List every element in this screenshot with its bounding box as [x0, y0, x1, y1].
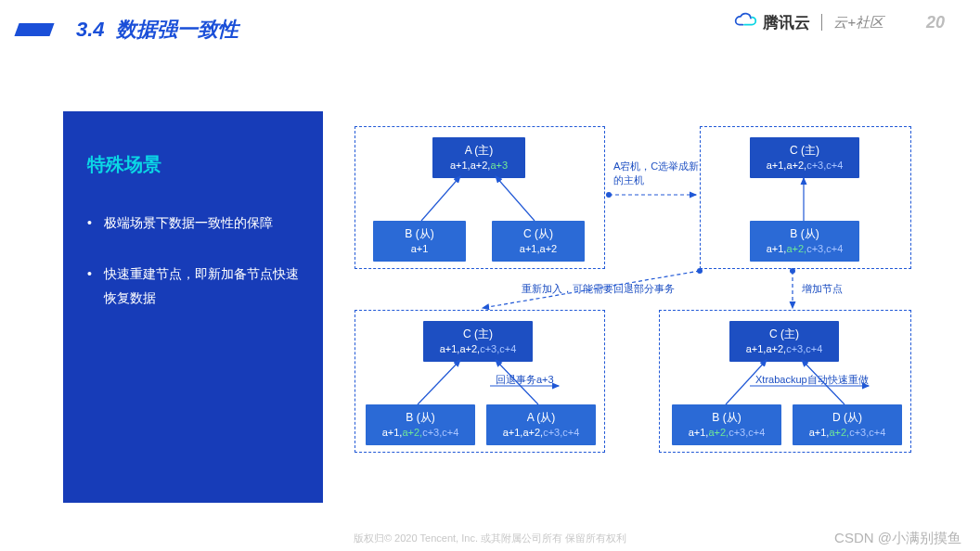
node-a-master: A (主) a+1,a+2,a+3: [432, 137, 525, 178]
annotation-rejoin: 重新加入，可能需要回退部分事务: [522, 282, 675, 296]
node-title: A (从): [490, 410, 592, 426]
content: 特殊场景 极端场景下数据一致性的保障 快速重建节点，即新加备节点快速恢复数据 A…: [63, 111, 947, 503]
node-b-slave: B (从) a+1: [373, 221, 466, 262]
node-data: a+1,a+2,c+3,c+4: [733, 342, 835, 356]
node-data: a+1,a+2,a+3: [436, 159, 522, 173]
node-c-master: C (主) a+1,a+2,c+3,c+4: [750, 137, 859, 178]
node-title: A (主): [436, 143, 522, 159]
node-a-slave-3: A (从) a+1,a+2,c+3,c+4: [486, 404, 596, 445]
node-data: a+1,a+2,c+3,c+4: [676, 426, 778, 440]
footer: 版权归© 2020 Tencent, Inc. 或其附属公司所有 保留所有权利: [0, 532, 980, 545]
section-title: 3.4 数据强一致性: [76, 16, 239, 44]
watermark: CSDN @小满别摸鱼: [834, 530, 961, 547]
annotation-addnode: 增加节点: [802, 282, 843, 296]
node-data: a+1,a+2,c+3,c+4: [796, 426, 898, 440]
panel-title: 特殊场景: [87, 152, 299, 177]
node-data: a+1,a+2,c+3,c+4: [369, 426, 471, 440]
node-data: a+1,a+2,c+3,c+4: [490, 426, 592, 440]
annotation-failover: A宕机，C选举成新的主机: [613, 160, 702, 187]
node-data: a+1,a+2,c+3,c+4: [754, 159, 856, 173]
node-d-slave-4: D (从) a+1,a+2,c+3,c+4: [793, 404, 902, 445]
node-title: B (从): [377, 226, 462, 242]
node-data: a+1,a+2,c+3,c+4: [754, 242, 856, 256]
panel-list: 极端场景下数据一致性的保障 快速重建节点，即新加备节点快速恢复数据: [87, 211, 299, 311]
node-title: D (从): [796, 410, 898, 426]
brand: 腾讯云 云+社区: [731, 11, 883, 33]
page-number: 20: [926, 13, 945, 32]
panel-item: 极端场景下数据一致性的保障: [87, 211, 299, 236]
node-title: B (从): [369, 410, 471, 426]
node-c-master-3: C (主) a+1,a+2,c+3,c+4: [423, 321, 533, 362]
node-b-slave-2: B (从) a+1,a+2,c+3,c+4: [750, 221, 859, 262]
node-title: C (从): [496, 226, 581, 242]
diagram: A (主) a+1,a+2,a+3 B (从) a+1 C (从) a+1,a+…: [340, 111, 947, 503]
panel-item: 快速重建节点，即新加备节点快速恢复数据: [87, 262, 299, 311]
section-num: 3.4: [76, 18, 105, 41]
node-title: C (主): [733, 327, 835, 342]
node-data: a+1,a+2: [496, 242, 581, 256]
node-title: C (主): [754, 143, 856, 159]
left-panel: 特殊场景 极端场景下数据一致性的保障 快速重建节点，即新加备节点快速恢复数据: [63, 111, 323, 503]
community-text: 云+社区: [833, 14, 883, 32]
annotation-rollback: 回退事务a+3: [496, 373, 554, 387]
brand-text: 腾讯云: [763, 12, 810, 33]
divider: [821, 14, 822, 31]
accent-bar: [14, 23, 54, 36]
annotation-xtrabackup: Xtrabackup自动快速重做: [755, 373, 869, 387]
node-data: a+1: [377, 242, 462, 256]
node-b-slave-4: B (从) a+1,a+2,c+3,c+4: [672, 404, 781, 445]
node-title: C (主): [427, 327, 529, 342]
node-c-master-4: C (主) a+1,a+2,c+3,c+4: [729, 321, 839, 362]
node-b-slave-3: B (从) a+1,a+2,c+3,c+4: [366, 404, 475, 445]
node-title: B (从): [676, 410, 778, 426]
node-title: B (从): [754, 226, 856, 242]
cloud-icon: [731, 11, 757, 33]
node-c-slave: C (从) a+1,a+2: [492, 221, 585, 262]
node-data: a+1,a+2,c+3,c+4: [427, 342, 529, 356]
section-text: 数据强一致性: [116, 18, 239, 41]
